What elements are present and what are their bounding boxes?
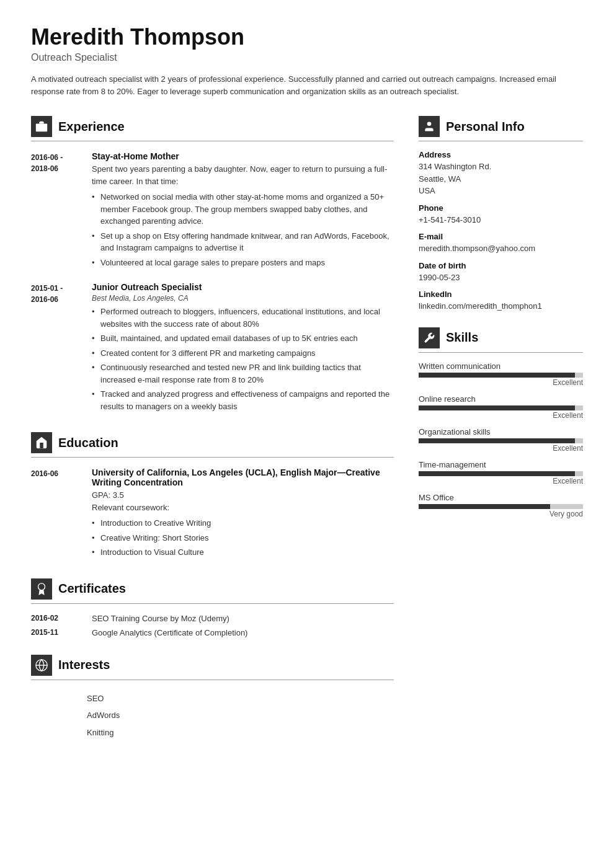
education-section-header: Education (31, 432, 394, 458)
personal-info-header: Personal Info (419, 116, 583, 141)
skill-written-communication: Written communication Excellent (419, 361, 583, 387)
skill-ms-office: MS Office Very good (419, 493, 583, 518)
entry-date-1: 2016-06 -2018-06 (31, 151, 82, 271)
entry-subtitle-2: Best Media, Los Angeles, CA (92, 294, 394, 303)
skill-bar-bg (419, 373, 583, 378)
right-column: Personal Info Address 314 Washington Rd.… (419, 116, 583, 758)
edu-date-1: 2016-06 (31, 467, 82, 561)
entry-title-2: Junior Outreach Specialist (92, 282, 394, 292)
personal-info-title: Personal Info (446, 120, 525, 134)
entry-desc-1: Spent two years parenting a baby daughte… (92, 163, 394, 187)
candidate-title: Outreach Specialist (31, 52, 583, 63)
experience-icon (31, 116, 52, 137)
bullet-item: Introduction to Visual Culture (92, 546, 394, 559)
skill-bar-fill (419, 438, 575, 443)
entry-bullets-2: Performed outreach to bloggers, influenc… (92, 306, 394, 412)
bullet-item: Continuously researched and tested new P… (92, 361, 394, 386)
interests-list: SEO AdWords Knitting (31, 690, 394, 742)
bullet-item: Set up a shop on Etsy offering handmade … (92, 230, 394, 254)
personal-info-phone-label: Phone (419, 203, 583, 213)
personal-info-dob-label: Date of birth (419, 261, 583, 270)
skill-bar-bg (419, 405, 583, 410)
personal-info-dob-value: 1990-05-23 (419, 272, 583, 284)
education-entry-1: 2016-06 University of California, Los An… (31, 467, 394, 561)
candidate-name: Meredith Thompson (31, 25, 583, 50)
skill-bar-bg (419, 471, 583, 476)
candidate-summary: A motivated outreach specialist with 2 y… (31, 73, 583, 99)
bullet-item: Creative Writing: Short Stories (92, 532, 394, 544)
svg-rect-0 (36, 124, 47, 132)
personal-info-phone-value: +1-541-754-3010 (419, 214, 583, 226)
skill-online-research: Online research Excellent (419, 394, 583, 420)
skill-name: MS Office (419, 493, 583, 502)
interests-section: Interests SEO AdWords Knitting (31, 655, 394, 742)
skill-name: Written communication (419, 361, 583, 371)
entry-date-2: 2015-01 -2016-06 (31, 282, 82, 415)
svg-point-6 (427, 122, 432, 126)
experience-entry-1: 2016-06 -2018-06 Stay-at-Home Mother Spe… (31, 151, 394, 271)
cert-date-2: 2015-11 (31, 628, 82, 637)
skill-bar-bg (419, 504, 583, 509)
cert-date-1: 2016-02 (31, 614, 82, 623)
edu-title-1: University of California, Los Angeles (U… (92, 467, 394, 487)
certificates-section: Certificates 2016-02 SEO Training Course… (31, 578, 394, 637)
bullet-item: Volunteered at local garage sales to pre… (92, 257, 394, 269)
certificates-section-header: Certificates (31, 578, 394, 604)
interests-icon (31, 655, 52, 676)
bullet-item: Introduction to Creative Writing (92, 517, 394, 529)
skill-label: Excellent (419, 378, 583, 387)
skill-label: Excellent (419, 411, 583, 420)
cert-entry-2: 2015-11 Google Analytics (Certificate of… (31, 628, 394, 637)
edu-bullets-1: Introduction to Creative Writing Creativ… (92, 517, 394, 559)
education-icon (31, 432, 52, 453)
personal-info-email-label: E-mail (419, 232, 583, 241)
experience-section: Experience 2016-06 -2018-06 Stay-at-Home… (31, 116, 394, 415)
skill-name: Online research (419, 394, 583, 404)
edu-desc-1: GPA: 3.5Relevant coursework: (92, 489, 394, 513)
interests-section-header: Interests (31, 655, 394, 680)
skill-bar-fill (419, 504, 550, 509)
entry-bullets-1: Networked on social media with other sta… (92, 191, 394, 268)
skills-section-header: Skills (419, 327, 583, 353)
personal-info-email-value: meredith.thompson@yahoo.com (419, 242, 583, 255)
experience-title: Experience (58, 120, 125, 134)
personal-info-section: Personal Info Address 314 Washington Rd.… (419, 116, 583, 312)
skill-label: Very good (419, 510, 583, 518)
skill-name: Organizational skills (419, 427, 583, 436)
svg-point-3 (38, 583, 45, 590)
resume-header: Meredith Thompson Outreach Specialist A … (31, 25, 583, 99)
bullet-item: Built, maintained, and updated email dat… (92, 332, 394, 345)
personal-info-address-value: 314 Washington Rd.Seattle, WAUSA (419, 161, 583, 197)
skills-icon (419, 327, 440, 348)
cert-name-1: SEO Training Course by Moz (Udemy) (92, 614, 229, 623)
skill-time-management: Time-management Excellent (419, 460, 583, 485)
education-title: Education (58, 436, 118, 450)
left-column: Experience 2016-06 -2018-06 Stay-at-Home… (31, 116, 394, 758)
interests-title: Interests (58, 658, 110, 672)
experience-entry-2: 2015-01 -2016-06 Junior Outreach Special… (31, 282, 394, 415)
svg-rect-2 (39, 126, 43, 127)
entry-title-1: Stay-at-Home Mother (92, 151, 394, 161)
main-layout: Experience 2016-06 -2018-06 Stay-at-Home… (31, 116, 583, 758)
personal-info-linkedin-label: LinkedIn (419, 290, 583, 299)
cert-entry-1: 2016-02 SEO Training Course by Moz (Udem… (31, 614, 394, 623)
skills-section: Skills Written communication Excellent O… (419, 327, 583, 518)
bullet-item: Networked on social media with other sta… (92, 191, 394, 228)
skill-label: Excellent (419, 477, 583, 485)
skill-name: Time-management (419, 460, 583, 469)
skill-bar-bg (419, 438, 583, 443)
bullet-item: Created content for 3 different PR and m… (92, 347, 394, 360)
skill-label: Excellent (419, 444, 583, 453)
certificates-title: Certificates (58, 582, 126, 596)
skill-bar-fill (419, 471, 575, 476)
interest-item-adwords: AdWords (31, 707, 394, 724)
skill-organizational: Organizational skills Excellent (419, 427, 583, 453)
bullet-item: Tracked and analyzed progress and effect… (92, 388, 394, 412)
education-section: Education 2016-06 University of Californ… (31, 432, 394, 561)
personal-info-linkedin-value: linkedin.com/meredith_thomphon1 (419, 300, 583, 312)
cert-name-2: Google Analytics (Certificate of Complet… (92, 628, 247, 637)
bullet-item: Performed outreach to bloggers, influenc… (92, 306, 394, 330)
personal-info-address-label: Address (419, 150, 583, 159)
interest-item-knitting: Knitting (31, 724, 394, 742)
personal-info-icon (419, 116, 440, 137)
